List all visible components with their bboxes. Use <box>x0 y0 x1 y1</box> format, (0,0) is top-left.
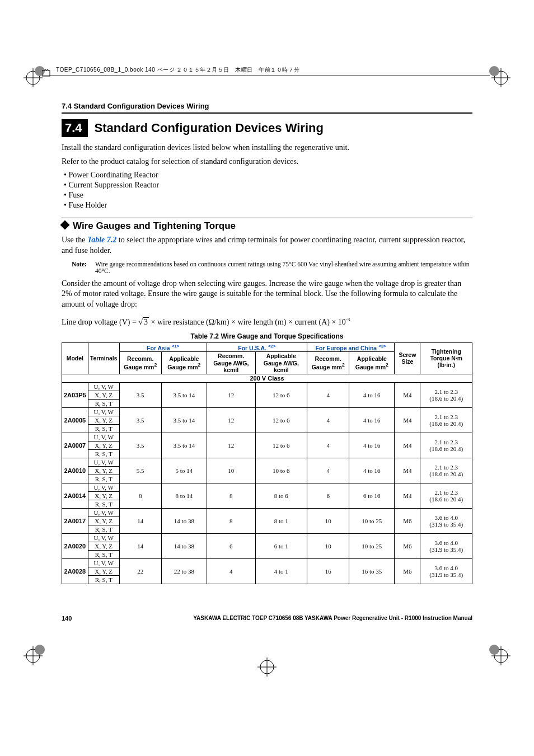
terminal-cell: R, S, T <box>88 525 119 533</box>
use-prefix: Use the <box>62 236 87 244</box>
value-cell: 22 to 38 <box>161 558 207 584</box>
torque-cell: 2.1 to 2.3(18.6 to 20.4) <box>420 433 472 458</box>
value-cell: 8 <box>119 483 161 508</box>
terminal-cell: X, Y, Z <box>88 391 119 399</box>
value-cell: M4 <box>395 407 420 433</box>
terminal-cell: R, S, T <box>88 475 119 483</box>
terminal-cell: X, Y, Z <box>88 567 119 575</box>
value-cell: 10 <box>207 458 255 483</box>
value-cell: M4 <box>395 483 420 508</box>
value-cell: 3.5 <box>119 382 161 407</box>
torque-cell: 3.6 to 4.0(31.9 to 35.4) <box>420 533 472 558</box>
model-cell: 2A0017 <box>62 508 88 533</box>
terminal-cell: X, Y, Z <box>88 416 119 424</box>
bullet-list: Power Coordinating Reactor Current Suppr… <box>64 171 472 210</box>
th-applic-asia: Applicable Gauge mm2 <box>161 352 207 374</box>
th-recomm-asia: Recomm. Gauge mm2 <box>119 352 161 374</box>
section-rule <box>62 218 472 218</box>
th-recomm-usa: Recomm. Gauge AWG, kcmil <box>207 352 255 374</box>
table-reference-link[interactable]: Table 7.2 <box>87 236 116 244</box>
value-cell: 14 <box>119 533 161 558</box>
torque-cell: 2.1 to 2.3(18.6 to 20.4) <box>420 458 472 483</box>
th-tightening: Tightening Torque N·m (lb·in.) <box>420 342 472 374</box>
spec-table: Model Terminals For Asia <1> For U.S.A. … <box>62 342 472 584</box>
model-cell: 2A0020 <box>62 533 88 558</box>
diamond-icon <box>60 220 70 229</box>
value-cell: 10 <box>307 508 349 533</box>
value-cell: 5 to 14 <box>161 458 207 483</box>
value-cell: 3.5 to 14 <box>161 433 207 458</box>
print-header-rule <box>42 76 490 76</box>
chapter-title: 7.4 Standard Configuration Devices Wirin… <box>62 119 472 137</box>
value-cell: 8 to 6 <box>255 483 307 508</box>
note: Note: Wire gauge recommendations based o… <box>72 261 472 274</box>
th-terminals: Terminals <box>88 342 119 374</box>
terminal-cell: U, V, W <box>88 382 119 391</box>
model-cell: 2A0014 <box>62 483 88 508</box>
value-cell: 3.5 to 14 <box>161 407 207 433</box>
value-cell: 8 to 1 <box>255 508 307 533</box>
terminal-cell: U, V, W <box>88 433 119 441</box>
value-cell: 3.5 <box>119 433 161 458</box>
formula-sqrt: 3 <box>143 317 149 326</box>
footer-text: YASKAWA ELECTRIC TOEP C710656 08B YASKAW… <box>193 615 472 622</box>
value-cell: 16 to 35 <box>349 558 395 584</box>
section-heading-text: Wire Gauges and Tightening Torque <box>73 220 236 231</box>
terminal-cell: U, V, W <box>88 508 119 516</box>
torque-cell: 3.6 to 4.0(31.9 to 35.4) <box>420 558 472 584</box>
print-header: TOEP_C710656_08B_1_0.book 140 ページ ２０１５年２… <box>56 66 300 74</box>
value-cell: M6 <box>395 533 420 558</box>
model-cell: 2A0028 <box>62 558 88 584</box>
terminal-cell: X, Y, Z <box>88 441 119 449</box>
intro-line-1: Install the standard configuration devic… <box>62 143 472 153</box>
value-cell: 10 to 25 <box>349 508 395 533</box>
corner-dot-icon <box>489 66 499 76</box>
value-cell: 3.5 <box>119 407 161 433</box>
use-paragraph: Use the Table 7.2 to select the appropri… <box>62 235 472 256</box>
voltage-class-row: 200 V Class <box>62 374 472 382</box>
value-cell: 4 <box>307 458 349 483</box>
value-cell: 4 to 16 <box>349 433 395 458</box>
value-cell: 4 to 16 <box>349 382 395 407</box>
value-cell: 12 <box>207 407 255 433</box>
value-cell: 12 to 6 <box>255 407 307 433</box>
terminal-cell: U, V, W <box>88 483 119 491</box>
chapter-title-text: Standard Configuration Devices Wiring <box>95 121 324 135</box>
terminal-cell: X, Y, Z <box>88 491 119 500</box>
formula-lhs: Line drop voltage (V) = <box>62 318 138 326</box>
chapter-number: 7.4 <box>62 119 88 137</box>
model-cell: 2A0005 <box>62 407 88 433</box>
value-cell: 5.5 <box>119 458 161 483</box>
value-cell: M6 <box>395 508 420 533</box>
value-cell: 14 <box>119 508 161 533</box>
value-cell: 14 to 38 <box>161 508 207 533</box>
value-cell: 12 <box>207 433 255 458</box>
value-cell: 10 to 6 <box>255 458 307 483</box>
value-cell: M4 <box>395 458 420 483</box>
terminal-cell: R, S, T <box>88 449 119 458</box>
running-head: 7.4 Standard Configuration Devices Wirin… <box>62 102 472 110</box>
value-cell: 4 <box>307 407 349 433</box>
th-applic-usa: Applicable Gauge AWG, kcmil <box>255 352 307 374</box>
bullet-item: Power Coordinating Reactor <box>64 171 472 180</box>
value-cell: 4 <box>307 433 349 458</box>
terminal-cell: R, S, T <box>88 424 119 433</box>
value-cell: 16 <box>307 558 349 584</box>
bullet-item: Fuse Holder <box>64 201 472 210</box>
terminal-cell: R, S, T <box>88 575 119 584</box>
th-recomm-eu: Recomm. Gauge mm2 <box>307 352 349 374</box>
value-cell: 10 to 25 <box>349 533 395 558</box>
value-cell: 6 <box>207 533 255 558</box>
bullet-item: Fuse <box>64 191 472 200</box>
terminal-cell: U, V, W <box>88 458 119 466</box>
value-cell: 12 to 6 <box>255 382 307 407</box>
value-cell: M4 <box>395 433 420 458</box>
binder-icon <box>42 69 53 79</box>
formula: Line drop voltage (V) = √3 × wire resist… <box>62 317 472 327</box>
corner-dot-icon <box>35 645 45 655</box>
value-cell: 4 <box>307 382 349 407</box>
bullet-item: Current Suppression Reactor <box>64 181 472 190</box>
page-footer: 140 YASKAWA ELECTRIC TOEP C710656 08B YA… <box>62 615 472 622</box>
running-head-rule <box>62 112 472 114</box>
value-cell: M6 <box>395 558 420 584</box>
